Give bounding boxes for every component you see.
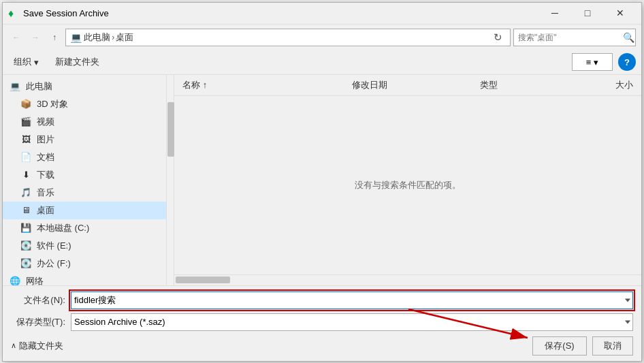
address-bar[interactable]: 💻 此电脑 › 桌面 ↻ [65,29,511,46]
nav-label-network: 网络 [26,275,44,285]
organize-arrow: ▾ [34,57,39,67]
main-content: 💻 此电脑 📦 3D 对象 🎬 视频 🖼 图片 📄 文档 [3,75,641,285]
pictures-icon: 🖼 [19,133,33,146]
network-icon: 🌐 [8,274,22,285]
filetype-value: Session Archive (*.saz) [74,317,165,327]
office-f-icon: 💽 [19,257,33,270]
nav-label-music: 音乐 [37,187,54,199]
filetype-select-container: Session Archive (*.saz) [71,313,633,331]
new-folder-button[interactable]: 新建文件夹 [50,53,105,71]
close-button[interactable]: ✕ [605,3,636,22]
filename-input[interactable] [71,291,633,309]
nav-item-3d[interactable]: 📦 3D 对象 [3,95,166,113]
breadcrumb-pc: 💻 此电脑 [70,31,110,44]
file-list-hscroll[interactable] [174,274,641,285]
back-button[interactable]: ← [8,29,25,46]
col-header-name[interactable]: 名称 ↑ [180,78,349,93]
window-icon: ♦ [8,7,19,18]
empty-message: 没有与搜索条件匹配的项。 [355,179,461,191]
nav-label-desktop: 桌面 [37,204,54,217]
dialog-window: ♦ Save Session Archive ─ □ ✕ ← → ↑ 💻 此电脑… [2,2,642,362]
col-header-date[interactable]: 修改日期 [349,78,478,93]
nav-label-local-disk: 本地磁盘 (C:) [37,222,89,234]
filename-row: 文件名(N): [11,291,633,309]
maximize-button[interactable]: □ [572,3,603,22]
hscroll-thumb[interactable] [176,277,230,283]
music-icon: 🎵 [19,186,33,200]
3d-icon: 📦 [19,97,33,111]
breadcrumb: 💻 此电脑 › 桌面 [70,31,133,44]
pc-icon: 💻 [8,80,22,93]
nav-item-docs[interactable]: 📄 文档 [3,148,166,166]
nav-item-downloads[interactable]: ⬇ 下载 [3,166,166,184]
filetype-row: 保存类型(T): Session Archive (*.saz) [11,313,633,331]
video-icon: 🎬 [19,115,33,129]
col-date-label: 修改日期 [352,80,387,90]
desktop-icon: 🖥 [19,204,33,217]
view-button[interactable]: ≡ ▾ [572,53,613,71]
scrollbar-thumb[interactable] [167,102,174,157]
downloads-icon: ⬇ [19,168,33,182]
col-size-label: 大小 [615,80,633,90]
col-header-type[interactable]: 类型 [477,78,564,93]
view-icon: ≡ [586,57,592,67]
view-arrow: ▾ [594,57,598,67]
save-button[interactable]: 保存(S) [532,336,587,356]
bottom-section: 文件名(N): 保存类型(T): Session Archive (*.saz)… [3,285,641,361]
nav-item-music[interactable]: 🎵 音乐 [3,184,166,202]
breadcrumb-sep1: › [112,32,114,42]
left-nav: 💻 此电脑 📦 3D 对象 🎬 视频 🖼 图片 📄 文档 [3,75,166,285]
action-buttons: 保存(S) 取消 [532,336,633,356]
filename-label: 文件名(N): [11,294,65,306]
nav-item-pc[interactable]: 💻 此电脑 [3,78,166,95]
help-button[interactable]: ? [618,53,636,71]
search-icon: 🔍 [623,32,634,43]
bottom-buttons-row: ∧ 隐藏文件夹 保存(S) 取消 [11,336,633,356]
nav-label-office-f: 办公 (F:) [37,257,71,270]
nav-item-local-disk[interactable]: 💾 本地磁盘 (C:) [3,219,166,237]
breadcrumb-desktop: 桌面 [116,31,133,44]
filename-input-container [71,291,633,309]
cancel-button[interactable]: 取消 [592,336,633,356]
col-type-label: 类型 [480,80,498,90]
organize-button[interactable]: 组织 ▾ [8,53,44,71]
nav-label-pc: 此电脑 [26,80,52,93]
title-bar: ♦ Save Session Archive ─ □ ✕ [3,3,641,25]
nav-label-video: 视频 [37,116,54,128]
nav-item-desktop[interactable]: 🖥 桌面 [3,202,166,219]
refresh-button[interactable]: ↻ [489,29,506,46]
nav-label-downloads: 下载 [37,169,54,181]
window-title: Save Session Archive [23,8,539,18]
hide-folders-label: 隐藏文件夹 [19,340,63,352]
minimize-button[interactable]: ─ [539,3,570,22]
file-list-scroll[interactable]: 没有与搜索条件匹配的项。 [174,96,641,274]
nav-item-soft-e[interactable]: 💽 软件 (E:) [3,237,166,255]
up-button[interactable]: ↑ [46,29,63,46]
hide-folders-button[interactable]: ∧ 隐藏文件夹 [11,340,532,352]
col-name-label: 名称 [182,80,200,90]
nav-scrollbar[interactable] [166,75,174,285]
nav-item-network[interactable]: 🌐 网络 [3,272,166,285]
forward-button[interactable]: → [27,29,44,46]
search-input[interactable] [518,33,620,42]
nav-label-pictures: 图片 [37,133,54,146]
hide-folders-icon: ∧ [11,341,16,350]
nav-label-soft-e: 软件 (E:) [37,240,71,252]
file-list-header: 名称 ↑ 修改日期 类型 大小 [174,75,641,96]
file-list: 名称 ↑ 修改日期 类型 大小 没有与搜索条件匹配的项。 [174,75,641,285]
nav-item-pictures[interactable]: 🖼 图片 [3,131,166,148]
nav-label-docs: 文档 [37,151,54,163]
nav-item-office-f[interactable]: 💽 办公 (F:) [3,255,166,272]
address-toolbar: ← → ↑ 💻 此电脑 › 桌面 ↻ 🔍 [3,25,641,50]
window-controls: ─ □ ✕ [539,3,636,22]
local-disk-icon: 💾 [19,221,33,235]
nav-item-video[interactable]: 🎬 视频 [3,113,166,131]
docs-icon: 📄 [19,151,33,164]
soft-e-icon: 💽 [19,239,33,253]
filetype-display[interactable]: Session Archive (*.saz) [71,313,633,331]
col-header-size[interactable]: 大小 [565,78,636,93]
col-name-sort: ↑ [203,80,208,90]
filetype-label: 保存类型(T): [11,316,65,328]
nav-label-3d: 3D 对象 [37,98,68,110]
search-bar[interactable]: 🔍 [513,29,636,46]
